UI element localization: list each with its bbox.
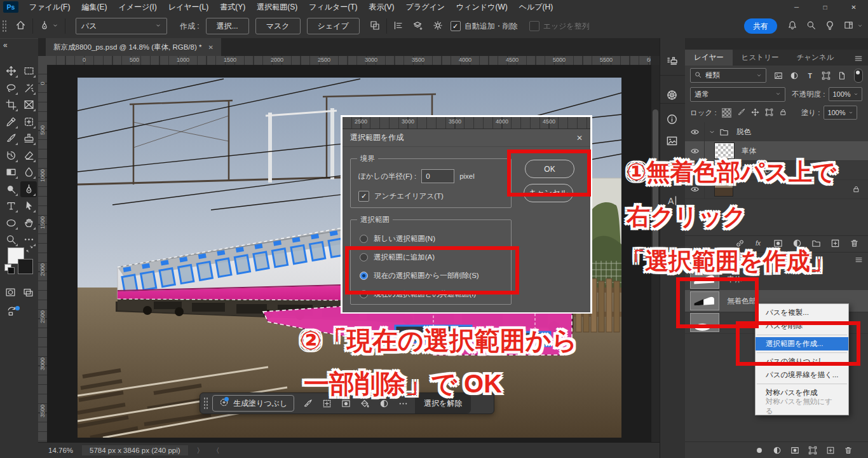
close-button[interactable]: ✕ xyxy=(839,0,868,14)
opacity-field[interactable]: 100% xyxy=(829,87,862,101)
filter-libraries-icon[interactable] xyxy=(774,71,783,80)
circle-filled-path-action-icon[interactable] xyxy=(755,446,764,455)
share-button[interactable]: 共有 xyxy=(744,18,777,34)
select-arrow-tool[interactable] xyxy=(20,198,37,214)
navigator-icon[interactable] xyxy=(666,89,678,101)
lock-position-icon[interactable] xyxy=(751,108,759,116)
pen-tool[interactable] xyxy=(20,181,37,197)
panel-menu-icon[interactable] xyxy=(855,256,863,264)
filter-frame-corners-icon[interactable] xyxy=(822,71,831,80)
menu-item-4[interactable]: 書式(Y) xyxy=(214,0,251,14)
menu-item-8[interactable]: プラグイン xyxy=(400,0,451,14)
make-button-2[interactable]: シェイプ xyxy=(307,18,360,34)
crop-tool[interactable] xyxy=(3,97,19,113)
info-icon[interactable] xyxy=(666,113,678,125)
radio-icon[interactable] xyxy=(360,235,368,243)
plus-square-path-action-icon[interactable] xyxy=(826,446,835,455)
generative-fill-button[interactable]: 生成塗りつぶし xyxy=(212,395,294,412)
menu-item-0[interactable]: ファイル(F) xyxy=(24,0,76,14)
panel-menu-icon[interactable] xyxy=(854,54,863,63)
taskbar-grip[interactable] xyxy=(203,397,208,410)
screen-mode-icon[interactable] xyxy=(23,287,34,298)
tool-mode-dropdown[interactable]: パス xyxy=(76,18,167,34)
collapse-toolbar-button[interactable]: « xyxy=(3,41,8,50)
menu-item-7[interactable]: 表示(V) xyxy=(363,0,400,14)
chevron-down-icon[interactable] xyxy=(857,23,863,29)
patch-tool[interactable] xyxy=(20,114,37,130)
context-menu-item-6[interactable]: パスの境界線を描く... xyxy=(756,368,848,382)
panel-tab-1[interactable]: ヒストリー xyxy=(733,50,788,66)
current-tool-pen-icon[interactable] xyxy=(39,20,50,31)
eyedropper-tool[interactable] xyxy=(3,114,19,130)
context-menu-item-0[interactable]: パスを複製... xyxy=(756,306,848,319)
menu-item-9[interactable]: ウィンドウ(W) xyxy=(451,0,513,14)
type-tool[interactable] xyxy=(3,198,19,214)
mask-path-action-icon[interactable] xyxy=(790,446,799,455)
filter-adjust-icon[interactable] xyxy=(790,71,799,80)
notifications-bell-icon[interactable] xyxy=(787,20,797,31)
history-brush-tool[interactable] xyxy=(3,148,19,163)
trash-action-icon[interactable] xyxy=(850,239,859,248)
blend-mode-dropdown[interactable]: 通常 xyxy=(690,87,785,102)
blur-drop-tool[interactable] xyxy=(20,164,37,180)
fill-field[interactable]: 100% xyxy=(824,106,857,120)
make-button-0[interactable]: 選択... xyxy=(206,18,249,34)
minimize-button[interactable]: ─ xyxy=(782,0,811,14)
ellipse-shape-tool[interactable] xyxy=(3,215,19,231)
lock-artboard-icon[interactable] xyxy=(765,108,773,116)
feather-input[interactable]: 0 xyxy=(421,169,454,183)
align-edges-checkbox[interactable] xyxy=(529,21,539,31)
antialias-checkbox[interactable]: ✓ xyxy=(358,191,369,202)
dialog-close-icon[interactable]: ✕ xyxy=(576,134,583,142)
filter-type-T-icon[interactable]: T xyxy=(806,71,815,80)
lock-pixels-icon[interactable] xyxy=(737,108,745,116)
background-color-swatch[interactable] xyxy=(18,259,33,274)
auto-add-checkbox[interactable]: ✓ xyxy=(451,21,461,31)
menu-item-6[interactable]: フィルター(T) xyxy=(303,0,363,14)
lock-transparency-icon[interactable] xyxy=(722,108,731,118)
panel-tab-2[interactable]: チャンネル xyxy=(787,50,843,66)
gear-icon[interactable] xyxy=(433,20,443,31)
dodge-tool[interactable] xyxy=(3,181,19,197)
dialog-titlebar[interactable]: 選択範囲を作成 ✕ xyxy=(342,129,590,147)
workspace-switcher-icon[interactable] xyxy=(844,20,853,30)
discover-lightbulb-icon[interactable] xyxy=(825,20,835,31)
gradient-tool[interactable] xyxy=(3,164,19,180)
marquee-tool[interactable] xyxy=(20,63,37,79)
move-tool[interactable] xyxy=(3,63,19,79)
libraries-icon[interactable] xyxy=(666,135,678,147)
path-operations-icon[interactable] xyxy=(370,20,380,31)
home-icon[interactable] xyxy=(15,20,26,31)
panel-tab-0[interactable]: レイヤー xyxy=(685,50,733,66)
menu-item-1[interactable]: 編集(E) xyxy=(76,0,112,14)
chevron-down-icon[interactable] xyxy=(52,22,58,29)
group-expand-icon[interactable] xyxy=(709,128,715,135)
layer-filter-dropdown[interactable]: 種類 xyxy=(690,68,766,83)
path-alignment-icon[interactable] xyxy=(393,20,403,31)
eraser-tool[interactable] xyxy=(20,148,37,163)
brush-tool[interactable] xyxy=(3,130,19,146)
options-grip[interactable] xyxy=(2,20,6,32)
operation-option-0[interactable]: 新しい選択範囲(N) xyxy=(360,234,435,244)
frame-corners-path-action-icon[interactable] xyxy=(808,446,817,455)
scrollbar-thumb[interactable] xyxy=(653,109,658,268)
status-prev-icon[interactable]: 〈 xyxy=(213,446,220,455)
zoom-level[interactable]: 14.76% xyxy=(48,447,73,454)
default-colors-icon[interactable] xyxy=(8,267,15,274)
menu-item-2[interactable]: イメージ(I) xyxy=(112,0,162,14)
visibility-eye-icon[interactable] xyxy=(690,127,700,137)
zoom-tool[interactable] xyxy=(3,232,19,247)
lock-all-icon[interactable] xyxy=(779,108,787,116)
filter-page-icon[interactable] xyxy=(837,71,846,80)
swap-colors-icon[interactable] xyxy=(25,245,34,253)
document-tab[interactable]: 新京成8800_ps.psd @ 14.8% (車体, RGB/8) * ✕ xyxy=(46,38,221,56)
quick-mask-mode-icon[interactable] xyxy=(5,287,16,298)
stamp-tool[interactable] xyxy=(20,130,37,146)
menu-item-3[interactable]: レイヤー(L) xyxy=(163,0,215,14)
trash-path-action-icon[interactable] xyxy=(844,446,853,455)
maximize-button[interactable]: □ xyxy=(811,0,839,14)
search-icon[interactable] xyxy=(806,20,816,30)
frame-x-tool[interactable] xyxy=(20,97,37,113)
filter-toggle[interactable] xyxy=(854,69,863,83)
adjust-path-action-icon[interactable] xyxy=(773,446,782,455)
